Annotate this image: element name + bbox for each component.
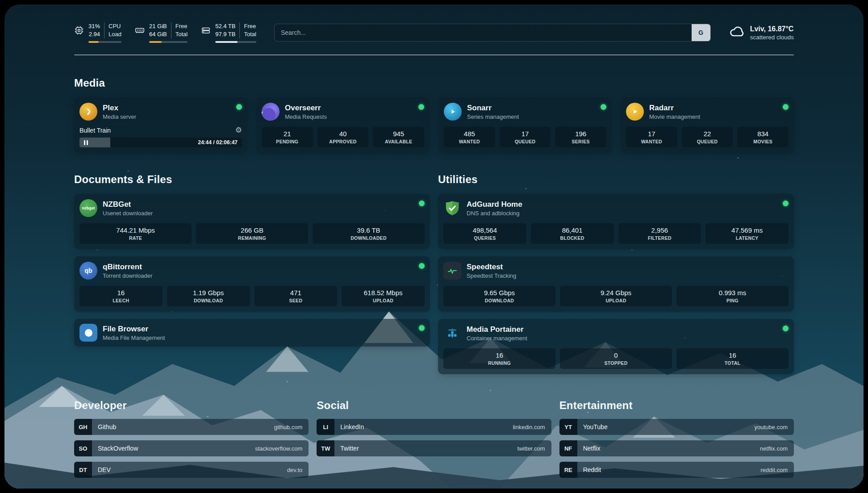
disk-total-value: 97.9 TB: [215, 30, 235, 38]
app-card-adguard[interactable]: AdGuard Home DNS and adblocking 498,564Q…: [438, 194, 794, 249]
github-abbr-badge: GH: [74, 419, 92, 435]
adguard-shield-icon: [443, 199, 461, 217]
bookmark-stackoverflow[interactable]: SO StackOverflow stackoverflow.com: [74, 440, 309, 456]
section-title-entertainment: Entertainment: [559, 399, 794, 412]
app-card-overseerr[interactable]: Overseerr Media Requests 21PENDING 40APP…: [256, 97, 430, 153]
cpu-widget: 31% 2.94 CPU Load: [74, 22, 121, 43]
app-name: Sonarr: [467, 104, 519, 113]
linkedin-abbr-badge: LI: [317, 419, 334, 435]
memory-progress-bar: [149, 41, 188, 43]
stat-remaining: 266 GBREMAINING: [196, 223, 308, 244]
status-online-dot: [783, 104, 789, 110]
divider: [104, 22, 104, 38]
dev-abbr-badge: DT: [74, 462, 92, 478]
disk-free-value: 52.4 TB: [215, 22, 235, 30]
stat-filtered: 2,956FILTERED: [618, 223, 701, 244]
weather-location: Lviv, 16.87°C: [750, 25, 794, 33]
app-name: NZBGet: [103, 200, 153, 209]
memory-ram-icon: [135, 25, 145, 35]
stat-available: 945AVAILABLE: [373, 127, 424, 147]
section-media: Media Plex Media server: [74, 77, 794, 153]
radarr-icon: [626, 103, 644, 121]
disk-widget: 52.4 TB 97.9 TB Free Total: [201, 22, 256, 43]
app-card-sonarr[interactable]: Sonarr Series management 485WANTED 17QUE…: [438, 97, 612, 153]
search-input[interactable]: [275, 24, 692, 41]
memory-free-label: Free: [175, 22, 188, 30]
app-card-plex[interactable]: Plex Media server Bullet Train ⚙ 24:44 /…: [74, 97, 247, 153]
app-card-qbittorrent[interactable]: qb qBittorrent Torrent downloader 16LEEC…: [74, 256, 430, 312]
section-social: Social LI LinkedIn linkedin.com TW Twitt…: [317, 399, 551, 478]
stat-upload: 618.52 MbpsUPLOAD: [342, 286, 425, 306]
section-utilities: Utilities: [438, 173, 794, 374]
stat-blocked: 86,401BLOCKED: [531, 223, 614, 244]
stat-latency: 47.569 msLATENCY: [705, 223, 789, 244]
bookmark-dev[interactable]: DT DEV dev.to: [74, 462, 309, 478]
system-widgets: 31% 2.94 CPU Load: [74, 22, 256, 43]
weather-widget: Lviv, 16.87°C scattered clouds: [729, 24, 794, 42]
now-playing-title: Bullet Train: [79, 127, 111, 134]
gear-icon[interactable]: ⚙: [235, 126, 242, 134]
cpu-load-value: 2.94: [89, 30, 100, 38]
app-card-nzbget[interactable]: nzbget NZBGet Usenet downloader 744.21 M…: [74, 194, 430, 249]
stat-series: 196SERIES: [555, 127, 606, 147]
stat-queued: 17QUEUED: [500, 127, 551, 147]
bookmark-netflix[interactable]: NF Netflix netflix.com: [559, 440, 794, 456]
bookmark-name: Netflix: [583, 445, 601, 452]
topbar-divider: [74, 54, 794, 55]
app-description: DNS and adblocking: [467, 210, 522, 217]
bookmark-twitter[interactable]: TW Twitter twitter.com: [317, 440, 551, 456]
cloud-icon: [729, 24, 745, 42]
app-name: Media Portainer: [467, 325, 527, 334]
app-card-portainer[interactable]: Media Portainer Container management 16R…: [438, 319, 794, 374]
stat-pending: 21PENDING: [262, 127, 313, 147]
bookmark-youtube[interactable]: YT YouTube youtube.com: [559, 419, 794, 435]
stat-ping: 0.993 msPING: [676, 286, 789, 306]
status-online-dot: [783, 201, 789, 206]
bookmark-linkedin[interactable]: LI LinkedIn linkedin.com: [317, 419, 551, 435]
status-online-dot: [236, 104, 242, 110]
weather-condition: scattered clouds: [750, 34, 794, 41]
disk-progress-bar: [215, 41, 256, 43]
bookmark-name: YouTube: [583, 423, 608, 430]
stackoverflow-abbr-badge: SO: [74, 440, 92, 456]
app-name: qBittorrent: [103, 263, 152, 272]
stat-approved: 40APPROVED: [317, 127, 369, 147]
app-description: Movie management: [649, 113, 700, 120]
app-name: File Browser: [103, 325, 165, 334]
status-online-dot: [418, 104, 424, 110]
bookmark-url: youtube.com: [755, 424, 794, 430]
bookmark-url: netflix.com: [760, 445, 794, 452]
memory-free-value: 21 GiB: [149, 22, 167, 30]
pause-icon[interactable]: [84, 140, 88, 145]
app-card-speedtest[interactable]: Speedtest Speedtest Tracking 9.65 GbpsDO…: [438, 256, 794, 312]
app-card-filebrowser[interactable]: File Browser Media File Management: [74, 319, 430, 347]
media-cards-grid: Plex Media server Bullet Train ⚙ 24:44 /…: [74, 97, 794, 153]
nzbget-icon: nzbget: [79, 199, 97, 217]
twitter-abbr-badge: TW: [317, 440, 334, 456]
netflix-abbr-badge: NF: [559, 440, 577, 456]
disk-total-label: Total: [244, 30, 256, 38]
cpu-load-label: Load: [108, 30, 121, 38]
bookmark-github[interactable]: GH Github github.com: [74, 419, 309, 435]
divider: [239, 22, 240, 38]
section-title-developer: Developer: [74, 399, 309, 412]
stat-wanted: 485WANTED: [444, 127, 495, 147]
app-description: Series management: [467, 113, 519, 120]
app-name: Speedtest: [467, 263, 516, 272]
playback-progress-bar[interactable]: 24:44 / 02:06:47: [79, 138, 242, 147]
status-online-dot: [601, 104, 606, 110]
bookmark-url: reddit.com: [760, 467, 794, 473]
section-title-documents: Documents & Files: [74, 173, 430, 186]
app-name: Radarr: [649, 104, 700, 113]
app-card-radarr[interactable]: Radarr Movie management 17WANTED 22QUEUE…: [621, 97, 794, 153]
status-online-dot: [783, 326, 789, 331]
section-entertainment: Entertainment YT YouTube youtube.com NF …: [559, 399, 794, 478]
search-engine-button[interactable]: G: [692, 24, 710, 41]
memory-total-value: 64 GiB: [149, 30, 167, 38]
section-title-utilities: Utilities: [438, 173, 794, 186]
bookmark-reddit[interactable]: RE Reddit reddit.com: [559, 462, 794, 478]
status-online-dot: [419, 325, 425, 331]
bookmark-name: DEV: [98, 466, 111, 473]
app-description: Media File Management: [103, 334, 165, 341]
speedtest-icon: [443, 262, 461, 280]
